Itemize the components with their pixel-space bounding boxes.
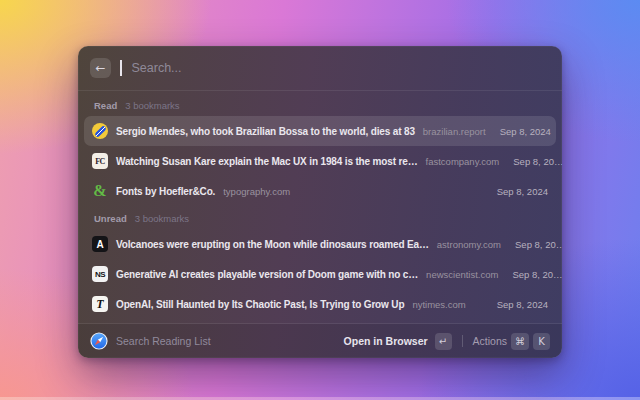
actions-label: Actions [473, 335, 507, 347]
newscientist-favicon: NS [92, 266, 108, 282]
section-count: 3 bookmarks [125, 100, 179, 111]
footer-divider [462, 335, 463, 347]
section-label: Unread [94, 213, 127, 224]
bookmark-date: Sep 8, 2024 [491, 186, 548, 197]
bookmark-domain: brazilian.report [423, 126, 486, 137]
section-count: 3 bookmarks [135, 213, 189, 224]
bookmark-title: Sergio Mendes, who took Brazilian Bossa … [116, 126, 415, 137]
bookmark-title: Generative AI creates playable version o… [116, 269, 418, 280]
bookmark-row[interactable]: T OpenAI, Still Haunted by Its Chaotic P… [84, 289, 556, 319]
footer-app: Search Reading List [90, 332, 211, 350]
bookmark-row[interactable]: FC Watching Susan Kare explain the Mac U… [84, 146, 556, 176]
bookmark-title: Volcanoes were erupting on the Moon whil… [116, 239, 429, 250]
bookmark-date: Sep 8, 2024 [494, 126, 551, 137]
section-header: Unread 3 bookmarks [84, 206, 556, 229]
bookmark-row[interactable]: Sergio Mendes, who took Brazilian Bossa … [84, 116, 556, 146]
bookmark-domain: astronomy.com [437, 239, 501, 250]
bookmark-title: Fonts by Hoefler&Co. [116, 186, 215, 197]
bookmark-date: Sep 8, 20… [509, 239, 562, 250]
bookmark-row[interactable]: A Volcanoes were erupting on the Moon wh… [84, 229, 556, 259]
swoosh-shape [94, 125, 107, 138]
bookmark-domain: nytimes.com [412, 299, 465, 310]
bookmark-title: OpenAI, Still Haunted by Its Chaotic Pas… [116, 299, 404, 310]
open-in-browser-button[interactable]: Open in Browser [344, 335, 428, 347]
search-bar: ← [78, 46, 562, 90]
reading-list-window: ← Read 3 bookmarks Sergio Mendes, who to… [78, 46, 562, 358]
search-input[interactable] [132, 61, 551, 75]
bookmark-date: Sep 8, 20… [507, 156, 562, 167]
status-bar: Search Reading List Open in Browser ↵ Ac… [78, 324, 562, 358]
footer-app-label: Search Reading List [116, 335, 211, 347]
fastcompany-favicon: FC [92, 153, 108, 169]
k-key-icon: K [533, 333, 550, 350]
brazilian-report-favicon [92, 123, 108, 139]
bookmark-date: Sep 8, 20… [506, 269, 562, 280]
bookmark-date: Sep 8, 2024 [491, 299, 548, 310]
bookmark-list: Read 3 bookmarks Sergio Mendes, who took… [78, 91, 562, 323]
section-header: Read 3 bookmarks [84, 93, 556, 116]
command-key-icon: ⌘ [511, 333, 529, 350]
bookmark-row[interactable]: & Fonts by Hoefler&Co. typography.com Se… [84, 176, 556, 206]
astronomy-favicon: A [92, 236, 108, 252]
actions-menu-button[interactable]: Actions ⌘ K [473, 333, 550, 350]
section-label: Read [94, 100, 117, 111]
return-key-icon: ↵ [435, 333, 452, 350]
back-button[interactable]: ← [90, 58, 111, 78]
back-arrow-icon: ← [95, 58, 105, 78]
text-caret [120, 60, 122, 76]
footer-actions: Open in Browser ↵ Actions ⌘ K [344, 333, 550, 350]
bookmark-domain: fastcompany.com [426, 156, 500, 167]
bookmark-domain: typography.com [223, 186, 290, 197]
nytimes-favicon: T [92, 296, 108, 312]
hoefler-ampersand-favicon: & [92, 183, 108, 199]
bookmark-domain: newscientist.com [426, 269, 498, 280]
desktop-background: ← Read 3 bookmarks Sergio Mendes, who to… [0, 0, 640, 400]
bookmark-row[interactable]: NS Generative AI creates playable versio… [84, 259, 556, 289]
safari-compass-icon [90, 332, 108, 350]
bookmark-title: Watching Susan Kare explain the Mac UX i… [116, 156, 418, 167]
